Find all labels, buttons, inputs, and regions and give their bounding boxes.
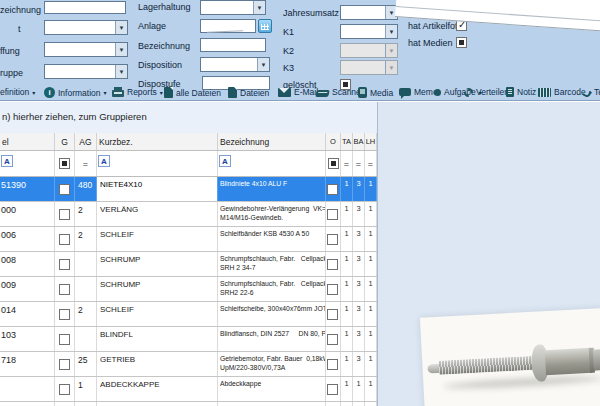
text-field[interactable]	[44, 1, 126, 14]
row-checkbox[interactable]	[59, 284, 70, 295]
text-filter-icon[interactable]: A	[1, 155, 13, 167]
cell-lh: 1	[365, 227, 377, 251]
table-row[interactable]: 009SCHRUMPSchrumpfschlauch, Fabr. Cellpa…	[0, 277, 377, 302]
col-header-kurzbez[interactable]: Kurzbez.	[97, 133, 218, 150]
cell-ag	[75, 277, 97, 301]
table-row[interactable]: 103BLINDFLBlindflansch, DIN 2527 DN 80, …	[0, 327, 377, 352]
row-checkbox[interactable]	[327, 384, 338, 395]
table-row[interactable]: 0002VERLÄNGGewindebohrer-Verlängerung VK…	[0, 202, 377, 227]
filter-cell-ag[interactable]: =	[75, 151, 97, 176]
toolbar-item-memo[interactable]: Memo	[399, 87, 438, 97]
row-checkbox[interactable]	[327, 184, 338, 195]
toolbar-item-efinition[interactable]: efinition▾	[0, 87, 35, 97]
row-checkbox[interactable]	[327, 334, 338, 345]
col-header-artikel[interactable]: el	[0, 133, 55, 150]
toolbar-item-te[interactable]: Te	[582, 87, 600, 97]
text-filter-icon[interactable]: A	[98, 155, 110, 167]
row-checkbox[interactable]	[59, 384, 70, 395]
group-by-bar[interactable]: n) hierher ziehen, zum Gruppieren	[0, 102, 377, 133]
cell-artikel-id: 008	[0, 252, 55, 276]
text-filter-icon[interactable]: A	[219, 155, 231, 167]
printer-icon	[112, 90, 124, 97]
calendar-icon[interactable]	[258, 19, 272, 33]
k1-dropdown[interactable]: ▼	[340, 24, 398, 39]
row-checkbox[interactable]	[59, 209, 70, 220]
equals-filter-icon[interactable]: =	[344, 159, 349, 169]
row-checkbox[interactable]	[59, 334, 70, 345]
disposition-dropdown[interactable]: ▼	[200, 57, 270, 72]
chevron-down-icon[interactable]: ▼	[115, 43, 127, 56]
row-checkbox[interactable]	[59, 359, 70, 370]
row-checkbox[interactable]	[327, 284, 338, 295]
col-header-g[interactable]: G	[55, 133, 75, 150]
table-row[interactable]: 008SCHRUMPSchrumpfschlauch, Fabr. Cellpa…	[0, 252, 377, 277]
table-row[interactable]: 0062SCHLEIFSchleifbänder KSB 4530 A 5013…	[0, 227, 377, 252]
equals-filter-icon[interactable]: =	[83, 159, 88, 169]
toolbar-item-alle-dateien[interactable]: alle Dateien	[164, 87, 221, 98]
cell-ta: 1	[341, 277, 353, 301]
toolbar-item-reports[interactable]: Reports▾	[112, 87, 163, 97]
col-header-ta[interactable]: TA	[341, 133, 353, 150]
table-row[interactable]: 0142SCHLEIFSchleifscheibe, 300x40x76mm J…	[0, 302, 377, 327]
table-row[interactable]: 51390480NIETE4X10Blindniete 4x10 ALU F13…	[0, 177, 377, 202]
equals-filter-icon[interactable]: =	[356, 159, 361, 169]
row-checkbox[interactable]	[59, 234, 70, 245]
toolbar-item-information[interactable]: Information▾	[44, 87, 107, 98]
table-header[interactable]: el G AG Kurzbez. Bezeichnung O TA BA LH	[0, 133, 377, 151]
dropdown[interactable]: ▼	[44, 64, 128, 79]
col-header-lh[interactable]: LH	[365, 133, 377, 150]
col-header-o[interactable]: O	[326, 133, 341, 150]
chevron-down-icon[interactable]: ▼	[115, 21, 127, 34]
table-row[interactable]: 1ABDECKKAPPEAbdeckkappe111	[0, 377, 377, 402]
toolbar-item-e-mail[interactable]: E-Mail	[278, 87, 318, 97]
table-row[interactable]: K111	[0, 402, 377, 406]
filter-cell-bezeichnung[interactable]: A	[218, 151, 326, 176]
filter-cell-o[interactable]	[326, 151, 341, 176]
jahresumsatz-dropdown[interactable]: ▼	[340, 5, 398, 20]
cell-o	[326, 377, 341, 401]
col-header-bezeichnung[interactable]: Bezeichnung	[218, 133, 326, 150]
filter-cell-ta[interactable]: =	[341, 151, 353, 176]
field-label: hat Medien	[408, 38, 453, 48]
filter-cell-ba[interactable]: =	[353, 151, 365, 176]
toolbar-item-media[interactable]: Media	[358, 87, 393, 98]
toolbar-item-scanner[interactable]: Scanner	[316, 87, 364, 97]
row-checkbox[interactable]	[327, 309, 338, 320]
dropdown[interactable]: ▼	[44, 42, 128, 57]
toolbar-item-verteiler[interactable]: Verteiler	[464, 87, 507, 97]
dropdown[interactable]: ▼	[44, 20, 128, 35]
chevron-down-icon[interactable]: ▼	[115, 65, 127, 78]
cell-artikel-id: 014	[0, 302, 55, 326]
cell-ta: 1	[341, 377, 353, 401]
row-checkbox[interactable]	[59, 309, 70, 320]
filter-checkbox[interactable]	[328, 158, 339, 169]
filter-cell-id[interactable]: A	[0, 151, 55, 176]
hat-medien-checkbox[interactable]	[456, 37, 467, 48]
chevron-down-icon[interactable]: ▾	[32, 89, 35, 96]
row-checkbox[interactable]	[327, 359, 338, 370]
equals-filter-icon[interactable]: =	[368, 159, 373, 169]
chevron-down-icon[interactable]: ▼	[257, 58, 269, 71]
filter-cell-kurzbez[interactable]: A	[97, 151, 218, 176]
barcode-icon	[538, 88, 551, 97]
filter-checkbox[interactable]	[59, 158, 70, 169]
chevron-down-icon[interactable]: ▾	[160, 89, 163, 96]
toolbar-item-notiz[interactable]: Notiz	[506, 87, 536, 97]
anlage-date-field[interactable]	[200, 19, 256, 33]
col-header-ba[interactable]: BA	[353, 133, 365, 150]
row-checkbox[interactable]	[59, 259, 70, 270]
table-row[interactable]: 71825GETRIEBGetriebemotor, Fabr. Bauer 0…	[0, 352, 377, 377]
bezeichnung-field[interactable]	[200, 38, 266, 52]
toolbar-item-dateien[interactable]: Dateien	[228, 87, 269, 98]
row-checkbox[interactable]	[59, 184, 70, 195]
chevron-down-icon[interactable]: ▼	[385, 25, 397, 38]
row-checkbox[interactable]	[327, 209, 338, 220]
filter-cell-lh[interactable]: =	[365, 151, 377, 176]
lagerhaltung-dropdown[interactable]: ▼	[200, 0, 266, 15]
chevron-down-icon[interactable]: ▾	[104, 89, 107, 96]
chevron-down-icon[interactable]: ▼	[253, 1, 265, 14]
row-checkbox[interactable]	[327, 259, 338, 270]
filter-cell-g[interactable]	[55, 151, 75, 176]
row-checkbox[interactable]	[327, 234, 338, 245]
col-header-ag[interactable]: AG	[75, 133, 97, 150]
